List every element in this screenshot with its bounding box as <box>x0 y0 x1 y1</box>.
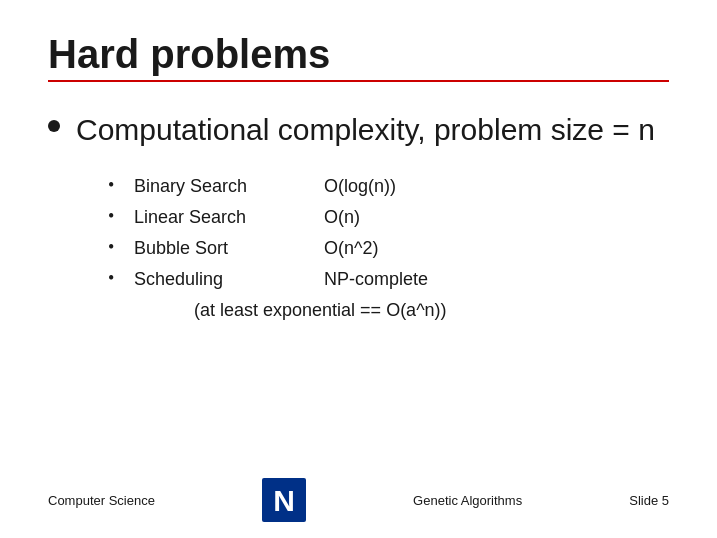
main-bullet-text: Computational complexity, problem size =… <box>76 110 655 149</box>
slide-title: Hard problems <box>48 32 669 76</box>
title-area: Hard problems <box>48 32 669 102</box>
svg-text:N: N <box>273 484 295 517</box>
footer-center: N <box>262 478 306 522</box>
sub-item-content-4: Scheduling NP-complete <box>134 266 428 293</box>
sub-item-complexity-2: O(n) <box>324 204 360 231</box>
sub-item-content-2: Linear Search O(n) <box>134 204 360 231</box>
slide: Hard problems Computational complexity, … <box>0 0 717 538</box>
sub-item-complexity-4: NP-complete <box>324 266 428 293</box>
university-logo: N <box>262 478 306 522</box>
sub-item-complexity-1: O(log(n)) <box>324 173 396 200</box>
scheduling-note: (at least exponential == O(a^n)) <box>194 297 669 324</box>
main-bullet-item: Computational complexity, problem size =… <box>48 110 669 149</box>
footer-right-text: Slide 5 <box>629 493 669 508</box>
sub-item-label-3: Bubble Sort <box>134 235 264 262</box>
list-item: • Bubble Sort O(n^2) <box>108 235 669 262</box>
list-item: • Binary Search O(log(n)) <box>108 173 669 200</box>
sub-bullet-3: • <box>108 237 122 258</box>
footer-left-text: Computer Science <box>48 493 155 508</box>
sub-bullet-2: • <box>108 206 122 227</box>
list-item: • Scheduling NP-complete <box>108 266 669 293</box>
footer: Computer Science N Genetic Algorithms Sl… <box>48 470 669 522</box>
sub-item-label-2: Linear Search <box>134 204 264 231</box>
title-rule <box>48 80 669 82</box>
sub-bullet-1: • <box>108 175 122 196</box>
bullet-dot <box>48 120 60 132</box>
main-content: Computational complexity, problem size =… <box>48 110 669 518</box>
sub-item-label-1: Binary Search <box>134 173 264 200</box>
sub-item-content-1: Binary Search O(log(n)) <box>134 173 396 200</box>
sub-list: • Binary Search O(log(n)) • Linear Searc… <box>108 173 669 324</box>
sub-item-complexity-3: O(n^2) <box>324 235 378 262</box>
list-item: • Linear Search O(n) <box>108 204 669 231</box>
sub-item-content-3: Bubble Sort O(n^2) <box>134 235 378 262</box>
sub-bullet-4: • <box>108 268 122 289</box>
footer-center-text: Genetic Algorithms <box>413 493 522 508</box>
sub-item-label-4: Scheduling <box>134 266 264 293</box>
